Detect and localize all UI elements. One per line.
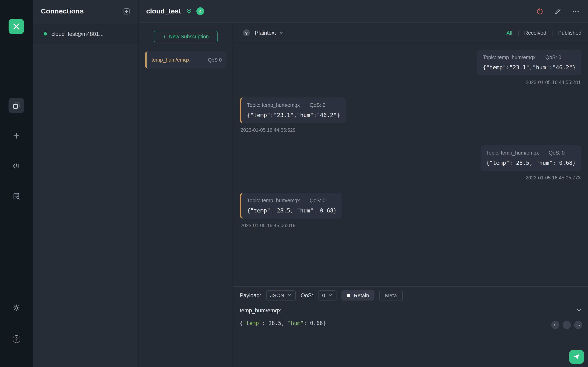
message-bubble: Topic: temp_hum/emqx QoS: 0 {"temp": 28.… xyxy=(240,193,342,218)
filter-all[interactable]: All xyxy=(506,30,512,36)
connections-panel: Connections cloud_test@m4801... xyxy=(33,0,139,367)
help-icon[interactable]: ? xyxy=(9,331,24,347)
message-qos: QoS: 0 xyxy=(545,55,561,60)
payload-editor[interactable]: {"temp": 28.5, "hum": 0.68} ← − → xyxy=(233,317,588,367)
filter-separator xyxy=(518,30,518,35)
subscription-item[interactable]: temp_hum/emqx QoS 0 xyxy=(145,51,227,68)
retain-dot-icon xyxy=(347,293,350,297)
log-nav-icon[interactable] xyxy=(9,188,24,204)
message-timestamp: 2023-01-05 16:45:05:773 xyxy=(526,175,581,181)
rail-bottom: ? xyxy=(9,300,24,347)
header-actions xyxy=(535,6,581,16)
message-timestamp: 2023-01-05 16:44:55:281 xyxy=(526,80,581,85)
message-payload: {"temp":"23.1","hum":"46.2"} xyxy=(247,112,340,118)
message-format-select[interactable]: Plaintext xyxy=(255,30,283,36)
new-subscription-label: New Subscription xyxy=(169,34,209,40)
message-qos: QoS: 0 xyxy=(310,102,325,108)
qos-select[interactable]: 0 xyxy=(318,290,337,300)
topic-row xyxy=(233,304,588,317)
format-help-icon[interactable]: ? xyxy=(243,29,250,36)
main-body: + New Subscription temp_hum/emqx QoS 0 ?… xyxy=(139,23,588,367)
subscription-qos: QoS 0 xyxy=(208,57,222,63)
history-next-button[interactable]: → xyxy=(574,321,582,329)
chevron-double-down-icon[interactable] xyxy=(186,8,192,15)
chevron-down-icon xyxy=(328,293,332,297)
script-nav-icon[interactable] xyxy=(9,158,24,174)
messages-toolbar: ? Plaintext All Received Published xyxy=(233,23,588,43)
message-payload: {"temp": 28.5, "hum": 0.68} xyxy=(486,159,576,166)
payload-format-value: JSON xyxy=(270,292,284,298)
message-timestamp: 2023-01-05 16:44:55:529 xyxy=(241,127,296,133)
connections-nav-icon[interactable] xyxy=(9,98,24,113)
retain-label: Retain xyxy=(354,292,369,298)
messages-column: ? Plaintext All Received Published xyxy=(233,23,588,367)
message-meta: Topic: temp_hum/emqx QoS: 0 xyxy=(486,150,576,156)
payload-format-select[interactable]: JSON xyxy=(266,290,296,300)
message-list[interactable]: Topic: temp_hum/emqx QoS: 0 {"temp":"23.… xyxy=(233,43,588,286)
connections-header: Connections xyxy=(33,0,138,23)
plus-icon: + xyxy=(163,34,166,40)
filter-published[interactable]: Published xyxy=(558,30,581,36)
message-topic: Topic: temp_hum/emqx xyxy=(486,150,539,156)
paper-plane-icon xyxy=(573,354,580,360)
message-payload: {"temp": 28.5, "hum": 0.68} xyxy=(247,207,337,214)
payload-label: Payload: xyxy=(240,292,261,298)
more-options-icon[interactable] xyxy=(571,6,581,16)
mqttx-logo-icon xyxy=(9,19,24,34)
message-timestamp: 2023-01-05 16:45:06:019 xyxy=(241,223,296,228)
help-glyph: ? xyxy=(12,335,20,343)
edit-pen-icon[interactable] xyxy=(553,6,563,16)
message-format-value: Plaintext xyxy=(255,30,276,36)
icon-rail: ? xyxy=(0,0,33,367)
message-meta: Topic: temp_hum/emqx QoS: 0 xyxy=(247,102,340,108)
message-bubble: Topic: temp_hum/emqx QoS: 0 {"temp":"23.… xyxy=(240,98,346,123)
filter-received[interactable]: Received xyxy=(524,30,546,36)
message-count-badge: 4 xyxy=(196,7,204,15)
message-bubble: Topic: temp_hum/emqx QoS: 0 {"temp":"23.… xyxy=(477,50,581,75)
message-topic: Topic: temp_hum/emqx xyxy=(247,198,300,203)
message-meta: Topic: temp_hum/emqx QoS: 0 xyxy=(483,55,576,60)
message-bubble: Topic: temp_hum/emqx QoS: 0 {"temp": 28.… xyxy=(480,145,581,171)
meta-button[interactable]: Meta xyxy=(379,290,403,301)
connection-title: cloud_test xyxy=(146,7,181,15)
add-connection-button[interactable] xyxy=(123,8,130,15)
connection-list-item[interactable]: cloud_test@m4801... xyxy=(33,24,138,44)
connections-title: Connections xyxy=(41,7,84,16)
mqttx-app: ? Connections cloud_test@m4801... cloud_… xyxy=(0,0,588,367)
publish-panel: Payload: JSON QoS: 0 xyxy=(233,286,588,367)
topic-input[interactable] xyxy=(240,307,573,313)
chevron-down-icon xyxy=(279,31,283,35)
qos-value: 0 xyxy=(322,292,325,298)
main-area: cloud_test 4 xyxy=(139,0,588,367)
payload-editor-text: {"temp": 28.5, "hum": 0.68} xyxy=(240,320,326,326)
new-connection-nav-icon[interactable] xyxy=(9,128,24,143)
message-received: Topic: temp_hum/emqx QoS: 0 {"temp": 28.… xyxy=(240,193,581,228)
settings-gear-icon[interactable] xyxy=(9,300,24,316)
retain-toggle[interactable]: Retain xyxy=(341,290,374,300)
message-published: Topic: temp_hum/emqx QoS: 0 {"temp":"23.… xyxy=(240,50,581,85)
history-prev-button[interactable]: ← xyxy=(551,321,559,329)
chevron-down-icon xyxy=(287,293,292,297)
message-published: Topic: temp_hum/emqx QoS: 0 {"temp": 28.… xyxy=(240,145,581,181)
subscription-topic: temp_hum/emqx xyxy=(151,57,190,63)
history-collapse-button[interactable]: − xyxy=(563,321,571,329)
message-payload: {"temp":"23.1","hum":"46.2"} xyxy=(483,64,576,71)
message-qos: QoS: 0 xyxy=(310,198,325,203)
collapse-editor-chevron-icon[interactable] xyxy=(577,308,581,313)
send-button[interactable] xyxy=(569,350,584,364)
connection-status-dot xyxy=(44,32,47,35)
new-subscription-button[interactable]: + New Subscription xyxy=(154,31,218,42)
message-topic: Topic: temp_hum/emqx xyxy=(483,55,536,60)
connection-header: cloud_test 4 xyxy=(139,0,588,23)
message-qos: QoS: 0 xyxy=(549,150,565,156)
rail-nav xyxy=(9,98,24,204)
filter-separator xyxy=(552,30,553,35)
subscriptions-panel: + New Subscription temp_hum/emqx QoS 0 xyxy=(139,23,233,367)
disconnect-power-icon[interactable] xyxy=(535,6,545,16)
publish-toolbar: Payload: JSON QoS: 0 xyxy=(233,287,588,304)
message-topic: Topic: temp_hum/emqx xyxy=(247,102,300,108)
connection-name: cloud_test@m4801... xyxy=(52,31,104,37)
history-controls: ← − → xyxy=(551,321,582,329)
message-meta: Topic: temp_hum/emqx QoS: 0 xyxy=(247,198,337,203)
qos-label: QoS: xyxy=(301,292,313,298)
